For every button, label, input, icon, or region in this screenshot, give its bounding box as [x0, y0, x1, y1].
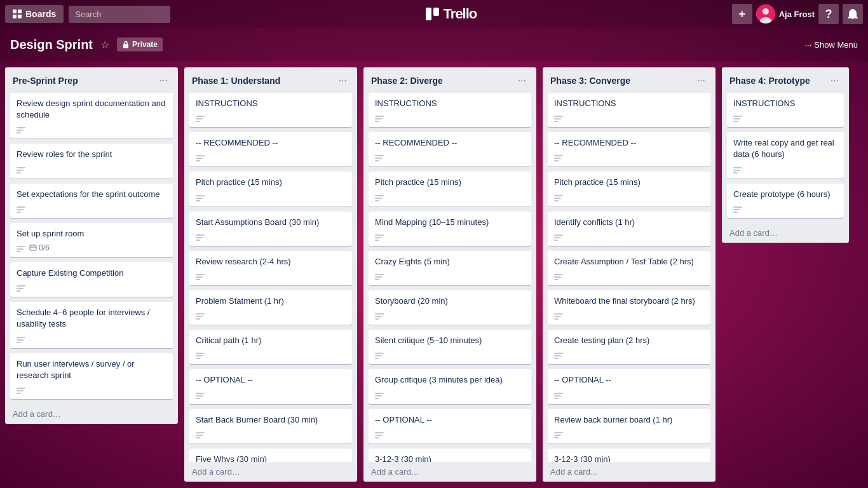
table-row[interactable]: Problem Statment (1 hr)	[189, 290, 352, 325]
add-card-button-phase2[interactable]: Add a card…	[363, 462, 536, 482]
table-row[interactable]: Pitch practice (15 mins)	[548, 172, 710, 206]
list-menu-button-pre-sprint[interactable]: ···	[157, 74, 170, 88]
table-row[interactable]: INSTRUCTIONS	[369, 93, 531, 127]
table-row[interactable]: Five Whys (30 min)	[189, 449, 352, 462]
table-row[interactable]: Review back burner board (1 hr)	[548, 409, 710, 444]
list-menu-button-phase3[interactable]: ···	[695, 74, 708, 88]
card-meta	[733, 204, 837, 213]
card-title: Problem Statment (1 hr)	[196, 295, 346, 307]
add-card-button-pre-sprint[interactable]: Add a card…	[5, 404, 178, 424]
lines-icon	[196, 393, 205, 399]
table-row[interactable]: Capture Existing Competition	[10, 262, 173, 297]
card-meta	[196, 113, 346, 122]
card-title: Capture Existing Competition	[17, 268, 166, 279]
user-profile-button[interactable]: Aja Frost	[756, 4, 815, 24]
table-row[interactable]: Storyboard (20 min)	[369, 290, 531, 325]
table-row[interactable]: 3-12-3 (30 min)	[548, 449, 710, 462]
table-row[interactable]: -- RECOMMENDED --	[189, 132, 352, 166]
lines-icon	[17, 388, 25, 394]
card-title: Run user interviews / survey / or resear…	[17, 358, 166, 381]
list-menu-button-phase4[interactable]: ···	[828, 74, 841, 88]
card-meta	[375, 311, 525, 320]
lines-icon	[554, 393, 563, 399]
card-meta	[375, 271, 525, 280]
card-meta	[17, 334, 166, 343]
lines-icon	[196, 116, 205, 122]
avatar	[756, 4, 775, 24]
board-title: Design Sprint	[10, 37, 93, 52]
list-menu-button-phase2[interactable]: ···	[515, 74, 529, 88]
lines-icon	[17, 246, 25, 252]
table-row[interactable]: Identify conflicts (1 hr)	[548, 212, 710, 246]
card-meta	[375, 113, 525, 122]
table-row[interactable]: Create testing plan (2 hrs)	[548, 330, 710, 364]
table-row[interactable]: -- RECOMMENDED --	[369, 132, 531, 166]
notifications-button[interactable]	[843, 4, 863, 24]
lines-icon	[17, 167, 25, 173]
boards-button[interactable]: Boards	[5, 5, 64, 23]
table-row[interactable]: Review roles for the sprint	[10, 144, 173, 178]
svg-point-1	[763, 8, 769, 15]
card-title: Set expectations for the sprint outcome	[17, 189, 166, 200]
card-title: INSTRUCTIONS	[554, 98, 704, 109]
card-meta	[733, 165, 837, 173]
table-row[interactable]: Create prototype (6 hours)	[727, 184, 844, 218]
table-row[interactable]: Run user interviews / survey / or resear…	[10, 353, 173, 399]
table-row[interactable]: INSTRUCTIONS	[548, 93, 710, 127]
table-row[interactable]: Create Assumption / Test Table (2 hrs)	[548, 251, 710, 285]
svg-rect-4	[30, 245, 36, 250]
card-title: -- RECOMMENDED --	[554, 137, 704, 149]
lines-icon	[196, 195, 205, 201]
table-row[interactable]: INSTRUCTIONS	[727, 93, 844, 127]
list-cards-phase4: INSTRUCTIONSWrite real copy and get real…	[722, 93, 849, 223]
table-row[interactable]: Schedule 4–6 people for interviews / usa…	[10, 302, 173, 348]
table-row[interactable]: Whiteboard the final storyboard (2 hrs)	[548, 290, 710, 325]
card-title: Write real copy and get real data (6 hou…	[733, 137, 837, 160]
table-row[interactable]: -- RECOMMENDED --	[548, 132, 710, 166]
table-row[interactable]: INSTRUCTIONS	[189, 93, 352, 127]
lines-icon	[17, 285, 25, 292]
card-title: Crazy Eights (5 min)	[375, 256, 525, 268]
card-meta: 0/6	[17, 243, 166, 252]
table-row[interactable]: Mind Mapping (10–15 minutes)	[369, 212, 531, 246]
table-row[interactable]: Review research (2-4 hrs)	[189, 251, 352, 285]
list-header-phase1: Phase 1: Understand···	[184, 67, 357, 93]
star-button[interactable]: ☆	[100, 39, 109, 51]
table-row[interactable]: 3-12-3 (30 min)	[369, 449, 531, 462]
table-row[interactable]: Critical path (1 hr)	[189, 330, 352, 364]
board-header-right: ··· Show Menu	[805, 40, 858, 50]
add-button[interactable]: +	[732, 4, 752, 24]
card-meta	[554, 390, 704, 399]
table-row[interactable]: Set up sprint room 0/6	[10, 223, 173, 257]
table-row[interactable]: Start Assumptions Board (30 min)	[189, 212, 352, 246]
list-cards-phase2: INSTRUCTIONS-- RECOMMENDED --Pitch pract…	[363, 93, 536, 462]
list-menu-button-phase1[interactable]: ···	[336, 74, 349, 88]
add-card-button-phase1[interactable]: Add a card…	[184, 462, 357, 482]
table-row[interactable]: -- OPTIONAL --	[189, 369, 352, 403]
add-card-button-phase3[interactable]: Add a card…	[543, 462, 715, 482]
table-row[interactable]: Pitch practice (15 mins)	[369, 172, 531, 206]
lines-icon	[554, 155, 563, 161]
table-row[interactable]: -- OPTIONAL --	[369, 409, 531, 444]
card-meta	[17, 125, 166, 133]
add-card-button-phase4[interactable]: Add a card…	[722, 223, 849, 243]
table-row[interactable]: Write real copy and get real data (6 hou…	[727, 132, 844, 178]
show-menu-button[interactable]: ··· Show Menu	[805, 40, 858, 50]
table-row[interactable]: Review design sprint documentation and s…	[10, 93, 173, 139]
privacy-button[interactable]: Private	[117, 37, 163, 51]
table-row[interactable]: Crazy Eights (5 min)	[369, 251, 531, 285]
card-title: INSTRUCTIONS	[196, 98, 346, 109]
table-row[interactable]: Pitch practice (15 mins)	[189, 172, 352, 206]
trello-logo-text: Trello	[444, 6, 477, 22]
lines-icon	[733, 207, 742, 213]
lines-icon	[554, 234, 563, 241]
table-row[interactable]: Silent critique (5–10 minutes)	[369, 330, 531, 364]
help-button[interactable]: ?	[818, 4, 839, 24]
table-row[interactable]: Start Back Burner Board (30 min)	[189, 409, 352, 444]
search-input[interactable]	[69, 6, 170, 23]
board-canvas: Pre-Sprint Prep···Review design sprint d…	[0, 61, 868, 488]
table-row[interactable]: Group critique (3 minutes per idea)	[369, 369, 531, 403]
lines-icon	[17, 127, 25, 133]
table-row[interactable]: -- OPTIONAL --	[548, 369, 710, 403]
table-row[interactable]: Set expectations for the sprint outcome	[10, 184, 173, 218]
